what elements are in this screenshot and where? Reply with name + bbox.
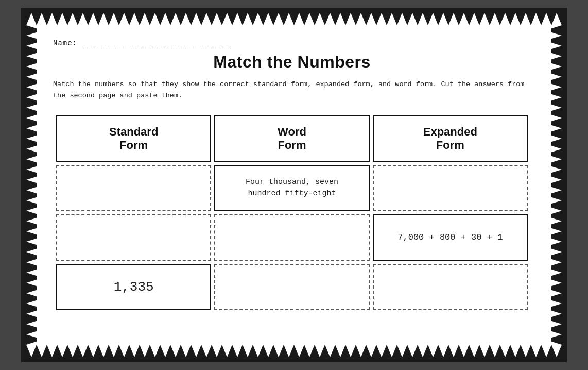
row1-expanded	[373, 165, 528, 211]
header-row: Standard Form Word Form Expanded Form	[56, 115, 528, 162]
row3-expanded	[373, 264, 528, 310]
table-row: 1,335	[56, 264, 528, 310]
row2-standard	[56, 214, 211, 261]
match-table: Standard Form Word Form Expanded Form	[53, 112, 531, 313]
svg-rect-5	[26, 25, 37, 345]
row3-standard: 1,335	[56, 264, 211, 310]
svg-rect-8	[551, 25, 562, 345]
instructions-text: Match the numbers so that they show the …	[53, 79, 531, 101]
svg-rect-2	[26, 13, 562, 25]
row1-standard	[56, 165, 211, 211]
name-underline	[84, 39, 228, 47]
name-label: Name:	[53, 39, 531, 47]
row1-word: Four thousand, sevenhundred fifty-eight	[214, 165, 369, 211]
row2-expanded: 7,000 + 800 + 30 + 1	[373, 214, 528, 261]
page-title: Match the Numbers	[53, 53, 531, 72]
row3-word	[214, 264, 369, 310]
row2-word	[214, 214, 369, 261]
table-row: Four thousand, sevenhundred fifty-eight	[56, 165, 528, 211]
table-row: 7,000 + 800 + 30 + 1	[56, 214, 528, 261]
word-form-header: Word Form	[214, 115, 369, 162]
expanded-form-header: Expanded Form	[373, 115, 528, 162]
standard-form-header: Standard Form	[56, 115, 211, 162]
svg-rect-11	[26, 345, 562, 357]
